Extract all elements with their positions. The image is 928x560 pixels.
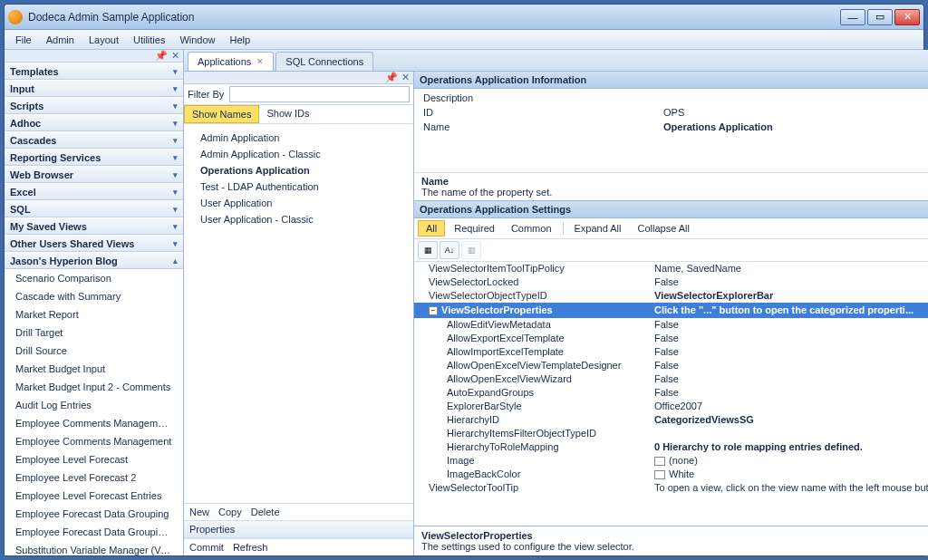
category-label: Input: [10, 83, 34, 94]
property-name: ViewSelectorLocked: [414, 275, 654, 289]
application-item[interactable]: User Application: [188, 195, 410, 211]
menu-layout[interactable]: Layout: [82, 33, 126, 47]
sidebar-category[interactable]: Templates▾: [5, 63, 183, 80]
commit-button[interactable]: Commit: [189, 542, 224, 553]
sidebar-category[interactable]: Scripts▾: [5, 97, 183, 114]
property-row[interactable]: −ViewSelectorPropertiesClick the "..." b…: [414, 303, 928, 318]
category-item[interactable]: Employee Comments Management: [5, 432, 183, 450]
sidebar-category[interactable]: Excel▾: [5, 183, 183, 200]
sidebar-category[interactable]: Reporting Services▾: [5, 149, 183, 166]
collapse-all[interactable]: Collapse All: [630, 221, 696, 236]
property-value: False: [654, 275, 928, 289]
panel-pin-row: 📌 ✕: [184, 72, 413, 84]
application-item[interactable]: Operations Application: [188, 162, 410, 179]
info-grid: Description IDOPS NameOperations Applica…: [414, 89, 928, 136]
sort-icon[interactable]: A↓: [440, 241, 459, 259]
category-item[interactable]: Market Report: [5, 305, 183, 323]
application-item[interactable]: Admin Application: [188, 130, 410, 146]
property-row[interactable]: AllowOpenExcelViewTemplateDesignerFalse: [414, 359, 928, 372]
sidebar-category[interactable]: Cascades▾: [5, 131, 183, 149]
close-icon[interactable]: ✕: [171, 50, 179, 62]
property-row[interactable]: AllowExportExcelTemplateFalse: [414, 332, 928, 345]
category-item[interactable]: Market Budget Input 2 - Comments: [5, 378, 183, 396]
chevron-down-icon: ▾: [173, 67, 178, 76]
property-row[interactable]: AllowEditViewMetadataFalse: [414, 318, 928, 332]
sidebar-pin-row: 📌 ✕: [5, 50, 183, 63]
category-item[interactable]: Drill Target: [5, 323, 183, 342]
sidebar-category[interactable]: Input▾: [5, 80, 183, 97]
delete-button[interactable]: Delete: [251, 507, 280, 517]
close-button[interactable]: ✕: [894, 9, 920, 25]
property-row[interactable]: ViewSelectorToolTipTo open a view, click…: [414, 481, 928, 495]
chevron-down-icon: ▾: [173, 205, 178, 214]
category-item[interactable]: Market Budget Input: [5, 360, 183, 378]
category-item[interactable]: Employee Level Forecast 2: [5, 468, 183, 487]
property-value: White: [654, 468, 928, 481]
application-item[interactable]: User Application - Classic: [188, 211, 410, 227]
category-label: Other Users Shared Views: [10, 238, 134, 249]
pin-icon[interactable]: 📌: [155, 50, 168, 62]
maximize-button[interactable]: ▭: [867, 9, 893, 25]
category-item[interactable]: Scenario Comparison: [5, 269, 183, 287]
show-names-toggle[interactable]: Show Names: [184, 105, 259, 123]
new-button[interactable]: New: [189, 507, 209, 517]
property-row[interactable]: ViewSelectorItemToolTipPolicyName, Saved…: [414, 262, 928, 275]
show-ids-toggle[interactable]: Show IDs: [259, 105, 316, 123]
property-row[interactable]: HierarchyIDCategorizedViewsSG: [414, 413, 928, 427]
menu-file[interactable]: File: [8, 33, 39, 47]
refresh-button[interactable]: Refresh: [233, 542, 268, 553]
category-item[interactable]: Audit Log Entries: [5, 396, 183, 414]
sidebar-category[interactable]: Adhoc▾: [5, 114, 183, 131]
filter-all[interactable]: All: [418, 220, 445, 237]
property-row[interactable]: HierarchyToRoleMapping0 Hierarchy to rol…: [414, 440, 928, 454]
menu-admin[interactable]: Admin: [39, 33, 82, 47]
expand-all[interactable]: Expand All: [567, 221, 629, 236]
tab-label: SQL Connections: [285, 56, 363, 67]
sidebar-category[interactable]: Jason's Hyperion Blog▴: [5, 252, 183, 269]
filter-common[interactable]: Common: [504, 221, 559, 236]
copy-button[interactable]: Copy: [218, 507, 242, 517]
menu-help[interactable]: Help: [223, 33, 258, 47]
tab-label: Applications: [198, 56, 251, 67]
property-row[interactable]: Image(none): [414, 454, 928, 468]
property-row[interactable]: ViewSelectorLockedFalse: [414, 275, 928, 289]
property-row[interactable]: AllowOpenExcelViewWizardFalse: [414, 372, 928, 386]
property-row[interactable]: AllowImportExcelTemplateFalse: [414, 345, 928, 359]
sidebar-category[interactable]: Other Users Shared Views▾: [5, 235, 183, 252]
sidebar-category[interactable]: My Saved Views▾: [5, 217, 183, 235]
category-item[interactable]: Cascade with Summary: [5, 287, 183, 305]
minimize-button[interactable]: —: [840, 9, 865, 25]
category-item[interactable]: Employee Forecast Data Grouping 2: [5, 523, 183, 541]
tab[interactable]: Applications✕: [188, 52, 274, 71]
collapse-icon[interactable]: −: [429, 306, 438, 315]
sidebar-category[interactable]: SQL▾: [5, 200, 183, 217]
category-item[interactable]: Substitution Variable Manager (Vess): [5, 541, 183, 555]
property-row[interactable]: ExplorerBarStyleOffice2007: [414, 400, 928, 413]
tab-close-icon[interactable]: ✕: [256, 57, 264, 66]
close-icon[interactable]: ✕: [401, 72, 410, 83]
application-item[interactable]: Test - LDAP Authentication: [188, 179, 410, 195]
category-item[interactable]: Employee Forecast Data Grouping: [5, 505, 183, 523]
app-icon: [8, 10, 23, 24]
category-item[interactable]: Employee Level Forecast: [5, 450, 183, 468]
property-row[interactable]: ViewSelectorObjectTypeIDViewSelectorExpl…: [414, 289, 928, 303]
property-toolbar: ▦ A↓ ▥: [414, 239, 928, 262]
filter-input[interactable]: [229, 86, 410, 102]
property-row[interactable]: ImageBackColorWhite: [414, 468, 928, 481]
menu-utilities[interactable]: Utilities: [126, 33, 172, 47]
category-item[interactable]: Employee Level Forecast Entries: [5, 487, 183, 505]
category-item[interactable]: Employee Comments Management (E...: [5, 414, 183, 432]
application-item[interactable]: Admin Application - Classic: [188, 146, 410, 162]
menu-window[interactable]: Window: [172, 33, 222, 47]
pin-icon[interactable]: 📌: [385, 72, 398, 83]
categorize-icon[interactable]: ▦: [418, 241, 438, 259]
settings-header: Operations Application Settings: [414, 201, 928, 218]
tab[interactable]: SQL Connections: [276, 52, 373, 71]
sidebar-category[interactable]: Web Browser▾: [5, 166, 183, 183]
property-row[interactable]: AutoExpandGroupsFalse: [414, 386, 928, 400]
category-item[interactable]: Drill Source: [5, 342, 183, 360]
category-label: My Saved Views: [10, 221, 87, 232]
page-icon[interactable]: ▥: [461, 241, 481, 259]
property-row[interactable]: HierarchyItemsFilterObjectTypeID: [414, 427, 928, 440]
filter-required[interactable]: Required: [447, 221, 502, 236]
